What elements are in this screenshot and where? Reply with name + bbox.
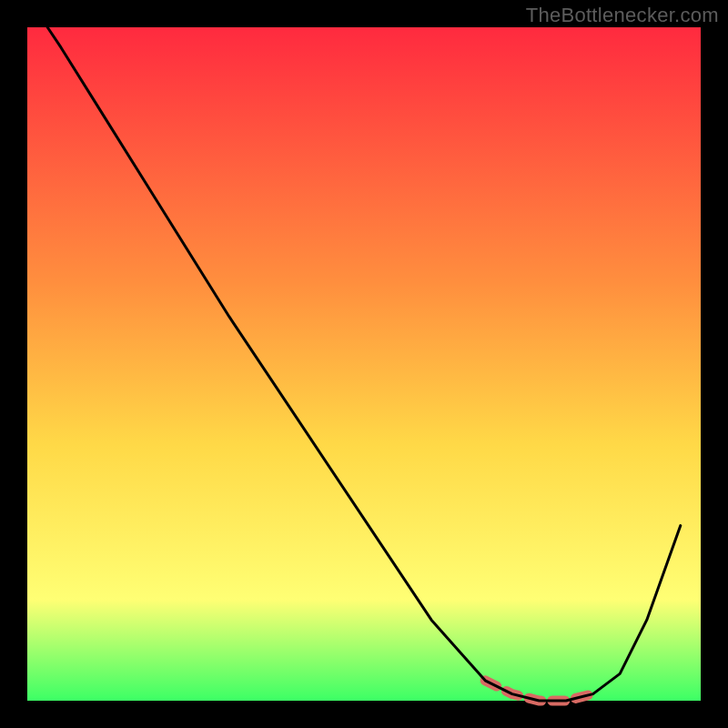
gradient-plot-area <box>27 27 701 701</box>
bottleneck-chart <box>0 0 728 728</box>
watermark-text: TheBottlenecker.com <box>526 4 719 27</box>
